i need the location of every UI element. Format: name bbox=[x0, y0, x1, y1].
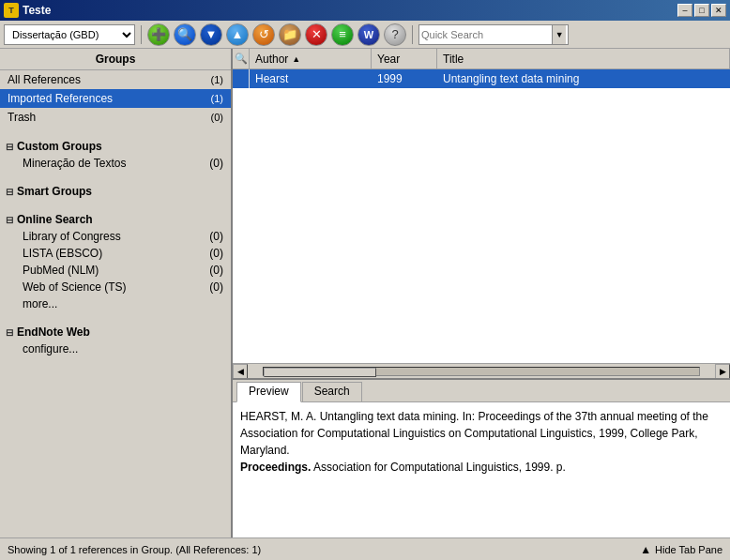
endnote-web-section[interactable]: ⊟ EndNote Web bbox=[0, 320, 231, 341]
help-button[interactable]: ? bbox=[384, 23, 406, 46]
sidebar-item-imported-references[interactable]: Imported References (1) bbox=[0, 89, 231, 108]
table-row[interactable]: Hearst 1999 Untangling text data mining bbox=[233, 69, 730, 88]
year-col-label: Year bbox=[377, 53, 400, 66]
sidebar-item-loc[interactable]: Library of Congress (0) bbox=[0, 228, 231, 245]
delete-button[interactable]: ✕ bbox=[305, 23, 327, 46]
quick-search-input[interactable] bbox=[421, 29, 552, 40]
lista-label: LISTA (EBSCO) bbox=[23, 247, 102, 260]
more-label: more... bbox=[23, 297, 57, 310]
sidebar-item-configure[interactable]: configure... bbox=[0, 341, 231, 357]
sidebar-item-all-references[interactable]: All References (1) bbox=[0, 70, 231, 89]
pubmed-count: (0) bbox=[209, 264, 223, 277]
status-text: Showing 1 of 1 references in Group. (All… bbox=[8, 544, 261, 555]
col-header-title[interactable]: Title bbox=[437, 49, 730, 69]
wos-label: Web of Science (TS) bbox=[23, 280, 126, 294]
col-indicator-header: 🔍 bbox=[233, 49, 250, 69]
add-reference-button[interactable]: ➕ bbox=[147, 23, 170, 46]
cell-author: Hearst bbox=[250, 69, 372, 88]
preview-text: HEARST, M. A. Untangling text data minin… bbox=[240, 410, 708, 457]
toolbar-separator-1 bbox=[141, 25, 142, 44]
preview-after-bold: Association for Computational Linguistic… bbox=[311, 461, 566, 474]
configure-label: configure... bbox=[23, 342, 78, 356]
refresh-button[interactable]: ↺ bbox=[252, 23, 275, 46]
left-panel: Groups All References (1) Imported Refer… bbox=[0, 49, 233, 537]
lista-count: (0) bbox=[209, 247, 223, 260]
horizontal-scrollbar[interactable]: ◀ ▶ bbox=[233, 363, 730, 378]
all-references-label: All References bbox=[8, 73, 81, 86]
hide-tab-pane-label: Hide Tab Pane bbox=[655, 544, 722, 555]
cell-title: Untangling text data mining bbox=[437, 69, 730, 88]
scroll-right-arrow[interactable]: ▶ bbox=[715, 364, 730, 379]
sidebar-item-more[interactable]: more... bbox=[0, 295, 231, 312]
endnote-web-label: EndNote Web bbox=[17, 325, 90, 339]
tab-preview[interactable]: Preview bbox=[236, 382, 301, 402]
status-bar: Showing 1 of 1 references in Group. (All… bbox=[0, 537, 730, 560]
author-col-label: Author bbox=[255, 53, 288, 66]
quick-search-dropdown[interactable]: ▼ bbox=[552, 25, 566, 44]
sidebar-item-pubmed[interactable]: PubMed (NLM) (0) bbox=[0, 262, 231, 279]
cell-year: 1999 bbox=[372, 69, 437, 88]
hide-tab-pane-button[interactable]: ▲ Hide Tab Pane bbox=[640, 543, 722, 556]
title-col-label: Title bbox=[443, 53, 464, 66]
all-references-count: (1) bbox=[211, 74, 223, 85]
maximize-button[interactable]: □ bbox=[694, 4, 709, 17]
custom-groups-label: Custom Groups bbox=[17, 140, 102, 153]
library-dropdown[interactable]: Dissertação (GBD) bbox=[4, 24, 135, 45]
scroll-track[interactable] bbox=[263, 367, 700, 376]
online-search-section[interactable]: ⊟ Online Search bbox=[0, 207, 231, 228]
pubmed-label: PubMed (NLM) bbox=[23, 264, 99, 277]
main-layout: Groups All References (1) Imported Refer… bbox=[0, 49, 730, 537]
mineracao-label: Mineração de Textos bbox=[23, 157, 127, 170]
smart-groups-section[interactable]: ⊟ Smart Groups bbox=[0, 179, 231, 200]
online-search-collapse-icon: ⊟ bbox=[6, 215, 13, 225]
endnote-web-collapse-icon: ⊟ bbox=[6, 327, 13, 338]
word-button[interactable]: W bbox=[357, 23, 380, 46]
hide-tab-pane-arrow: ▲ bbox=[640, 543, 651, 556]
groups-header: Groups bbox=[0, 49, 231, 70]
scroll-left-arrow[interactable]: ◀ bbox=[233, 364, 248, 379]
loc-count: (0) bbox=[209, 230, 223, 243]
folder-button[interactable]: 📁 bbox=[279, 23, 301, 46]
smart-groups-label: Smart Groups bbox=[17, 185, 92, 198]
quick-search-wrap: ▼ bbox=[418, 24, 569, 45]
title-bar-left: T Teste bbox=[4, 3, 51, 18]
download-button[interactable]: ▼ bbox=[200, 23, 222, 46]
preview-bold-part: Proceedings. bbox=[240, 461, 311, 474]
loc-label: Library of Congress bbox=[23, 230, 121, 243]
find-reference-button[interactable]: 🔍 bbox=[174, 23, 196, 46]
groups-button[interactable]: ≡ bbox=[331, 23, 354, 46]
tab-search[interactable]: Search bbox=[302, 382, 362, 401]
sidebar-item-trash[interactable]: Trash (0) bbox=[0, 108, 231, 127]
col-header-year[interactable]: Year bbox=[372, 49, 437, 69]
preview-content: HEARST, M. A. Untangling text data minin… bbox=[233, 402, 730, 537]
trash-count: (0) bbox=[211, 112, 223, 123]
mineracao-count: (0) bbox=[209, 157, 223, 170]
custom-groups-collapse-icon: ⊟ bbox=[6, 142, 13, 152]
smart-groups-collapse-icon: ⊟ bbox=[6, 187, 13, 197]
scroll-thumb[interactable] bbox=[264, 368, 376, 377]
window-controls: – □ ✕ bbox=[677, 4, 726, 17]
col-header-author[interactable]: Author ▲ bbox=[250, 49, 372, 69]
close-button[interactable]: ✕ bbox=[711, 4, 726, 17]
sidebar-item-lista[interactable]: LISTA (EBSCO) (0) bbox=[0, 245, 231, 262]
app-icon: T bbox=[4, 3, 19, 18]
window-title: Teste bbox=[23, 4, 51, 17]
online-search-label: Online Search bbox=[17, 213, 93, 226]
table-header: 🔍 Author ▲ Year Title bbox=[233, 49, 730, 69]
toolbar-separator-2 bbox=[412, 25, 413, 44]
sidebar-item-mineracao[interactable]: Mineração de Textos (0) bbox=[0, 155, 231, 172]
row-indicator bbox=[233, 69, 250, 88]
sidebar-item-wos[interactable]: Web of Science (TS) (0) bbox=[0, 279, 231, 295]
imported-references-label: Imported References bbox=[8, 92, 113, 105]
upload-button[interactable]: ▲ bbox=[226, 23, 249, 46]
right-panel: 🔍 Author ▲ Year Title Hearst 1999 Untang… bbox=[233, 49, 730, 537]
custom-groups-section[interactable]: ⊟ Custom Groups bbox=[0, 134, 231, 155]
imported-references-count: (1) bbox=[211, 93, 223, 104]
title-bar: T Teste – □ ✕ bbox=[0, 0, 730, 21]
table-body: Hearst 1999 Untangling text data mining bbox=[233, 69, 730, 363]
toolbar: Dissertação (GBD) ➕ 🔍 ▼ ▲ ↺ 📁 ✕ ≡ W ? ▼ bbox=[0, 21, 730, 49]
trash-label: Trash bbox=[8, 111, 36, 124]
bottom-pane: Preview Search HEARST, M. A. Untangling … bbox=[233, 378, 730, 537]
author-sort-arrow: ▲ bbox=[292, 54, 300, 64]
minimize-button[interactable]: – bbox=[677, 4, 692, 17]
